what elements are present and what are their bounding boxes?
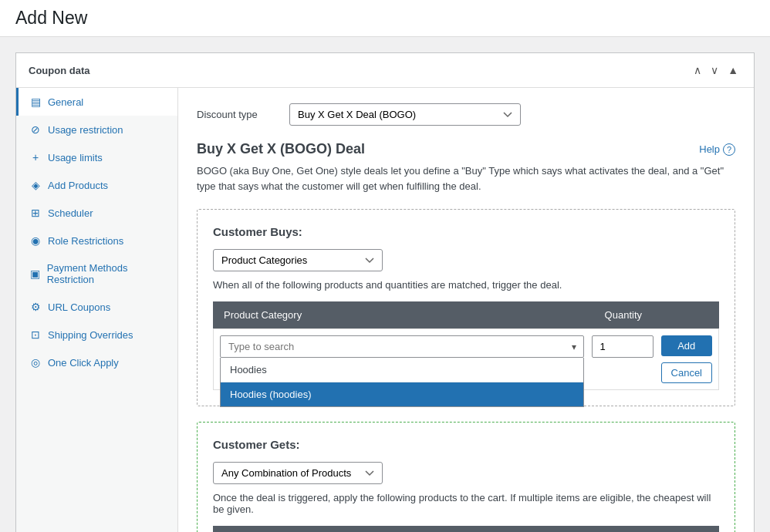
sidebar-label-payment-methods: Payment Methods Restriction [47,262,167,285]
dropdown-item-hoodies[interactable]: Hoodies (hoodies) [221,382,583,406]
sidebar-label-add-products: Add Products [48,180,108,191]
page-title: Add New [0,0,770,37]
customer-gets-section: Customer Gets: Any Combination of Produc… [197,422,735,532]
quantity-input[interactable] [592,335,653,358]
sidebar-item-role-restrictions[interactable]: ◉ Role Restrictions [16,227,177,254]
sidebar-label-one-click-apply: One Click Apply [48,357,119,369]
cancel-button[interactable]: Cancel [661,362,712,383]
customer-gets-note: Once the deal is triggered, apply the fo… [213,492,719,515]
col-product-category: Product Category [213,301,437,328]
scheduler-icon: ⊞ [29,207,42,219]
search-dropdown-wrapper: ▾ Hoodies Hoodies (hoodies) [220,335,584,358]
action-buttons: Add Cancel [661,335,712,383]
sidebar-item-url-coupons[interactable]: ⚙ URL Coupons [16,293,177,321]
customer-gets-select[interactable]: Any Combination of Products [213,462,383,484]
add-button[interactable]: Add [661,335,712,356]
sidebar-label-general: General [48,96,83,108]
general-icon: ▤ [29,96,42,108]
add-row: ▾ Hoodies Hoodies (hoodies) [213,328,719,390]
sidebar-label-usage-restriction: Usage restriction [48,124,123,136]
panel-title: Coupon data [29,65,89,76]
url-coupons-icon: ⚙ [29,301,42,313]
one-click-apply-icon: ◎ [29,356,42,369]
col-products: Products [213,526,518,532]
main-content: Discount type Buy X Get X Deal (BOGO) Bu… [178,88,754,532]
usage-limits-icon: + [29,151,42,163]
shipping-overrides-icon: ⊡ [29,328,42,341]
col-quantity-gets: Quantity [518,526,619,532]
help-link[interactable]: Help ? [699,143,735,156]
sidebar-item-payment-methods[interactable]: ▣ Payment Methods Restriction [16,254,177,293]
search-input[interactable] [220,335,584,358]
col-price-discount: Price/Discount [619,526,719,532]
role-restrictions-icon: ◉ [29,234,42,247]
sidebar-item-general[interactable]: ▤ General [16,88,177,116]
search-results-dropdown: Hoodies Hoodies (hoodies) [220,358,584,407]
panel-collapse-up[interactable]: ∧ [691,62,704,78]
sidebar-item-usage-restriction[interactable]: ⊘ Usage restriction [16,116,177,143]
bogo-title-row: Buy X Get X (BOGO) Deal Help ? [197,141,735,157]
panel-toggle[interactable]: ▲ [724,62,741,78]
typed-search-value: Hoodies [221,358,583,382]
sidebar-label-url-coupons: URL Coupons [48,301,110,313]
customer-gets-table: Products Quantity Price/Discount [213,526,719,532]
add-products-icon: ◈ [29,179,42,191]
sidebar-item-scheduler[interactable]: ⊞ Scheduler [16,199,177,227]
sidebar-item-usage-limits[interactable]: + Usage limits [16,143,177,171]
help-icon: ? [723,143,735,156]
discount-type-row: Discount type Buy X Get X Deal (BOGO) [197,103,735,126]
customer-buys-table: Product Category Quantity [213,301,719,390]
bogo-description: BOGO (aka Buy One, Get One) style deals … [197,163,735,194]
add-product-row: ▾ Hoodies Hoodies (hoodies) [213,328,719,390]
panel-collapse-down[interactable]: ∨ [708,62,721,78]
customer-buys-note: When all of the following products and q… [213,279,719,291]
payment-methods-icon: ▣ [29,268,41,280]
sidebar-label-shipping-overrides: Shipping Overrides [48,329,133,341]
customer-buys-select[interactable]: Product Categories [213,249,383,271]
sidebar-item-one-click-apply[interactable]: ◎ One Click Apply [16,348,177,376]
panel-header: Coupon data ∧ ∨ ▲ [16,53,754,88]
sidebar-item-add-products[interactable]: ◈ Add Products [16,171,177,199]
customer-buys-section: Customer Buys: Product Categories When a… [197,209,735,406]
panel-body: ▤ General ⊘ Usage restriction + Usage li… [16,88,754,532]
discount-type-label: Discount type [197,109,274,120]
discount-type-select[interactable]: Buy X Get X Deal (BOGO) [289,103,521,126]
col-quantity-buys: Quantity [437,301,719,328]
coupon-data-panel: Coupon data ∧ ∨ ▲ ▤ General ⊘ Usage rest… [15,52,755,532]
customer-buys-title: Customer Buys: [213,225,719,238]
sidebar-label-scheduler: Scheduler [48,207,93,219]
customer-gets-title: Customer Gets: [213,438,719,451]
sidebar-label-usage-limits: Usage limits [48,152,103,163]
sidebar: ▤ General ⊘ Usage restriction + Usage li… [16,88,178,532]
usage-restriction-icon: ⊘ [29,123,42,136]
panel-controls: ∧ ∨ ▲ [691,62,741,78]
sidebar-item-shipping-overrides[interactable]: ⊡ Shipping Overrides [16,321,177,348]
sidebar-label-role-restrictions: Role Restrictions [48,235,123,247]
bogo-title: Buy X Get X (BOGO) Deal [197,141,365,157]
